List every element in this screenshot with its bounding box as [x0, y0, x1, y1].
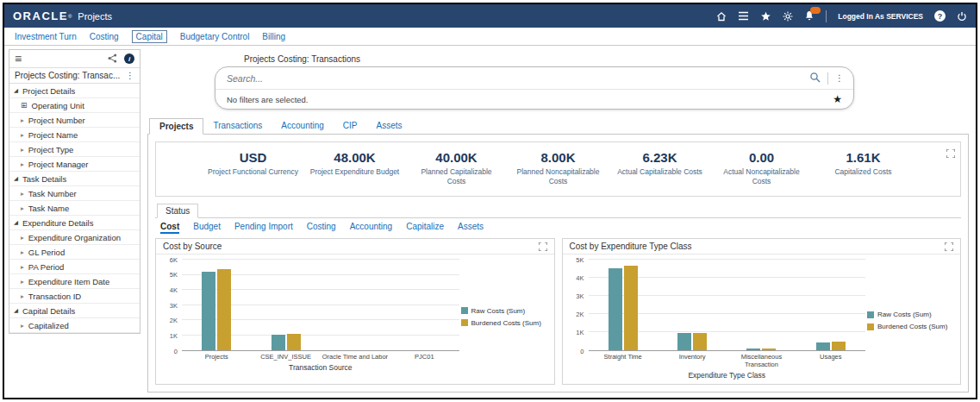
- x-tick-label: CSE_INV_ISSUE: [251, 351, 320, 361]
- tree-item-project-number[interactable]: ▸Project Number: [9, 113, 140, 128]
- kpi-label: Project Expenditure Budget: [309, 167, 401, 177]
- maximize-icon[interactable]: [946, 149, 955, 158]
- share-icon[interactable]: [108, 51, 117, 66]
- kpi-value: 48.00K: [309, 150, 401, 165]
- subtab-pending-import[interactable]: Pending Import: [234, 222, 293, 234]
- search-icon[interactable]: [809, 71, 821, 86]
- tab-cip[interactable]: CIP: [334, 118, 367, 134]
- filters-status-text: No filters are selected.: [227, 95, 309, 104]
- favorite-star-icon[interactable]: ★: [833, 93, 842, 105]
- tree-item-project-name[interactable]: ▸Project Name: [9, 128, 140, 142]
- legend-swatch: [461, 319, 468, 326]
- tree-item-project-manager[interactable]: ▸Project Manager: [9, 157, 140, 172]
- help-icon[interactable]: ?: [934, 10, 946, 22]
- subtab-assets[interactable]: Assets: [458, 222, 484, 234]
- chart-header: Cost by Expenditure Type Class: [563, 239, 961, 254]
- bar-burdened-costs-sum-miscellaneous-transaction[interactable]: [762, 349, 776, 350]
- bar-group-projects: [182, 260, 251, 350]
- search-input[interactable]: [225, 72, 809, 85]
- sidebar-menu-icon[interactable]: ≡: [15, 53, 22, 65]
- kpi-expand-slot: [946, 146, 955, 161]
- bar-burdened-costs-sum-usages[interactable]: [832, 342, 846, 350]
- settings-gear-icon[interactable]: [783, 11, 793, 22]
- y-tick-label: 3K: [576, 293, 584, 300]
- bar-raw-costs-sum-inventory[interactable]: [677, 333, 691, 350]
- tree-item-gl-period[interactable]: ▸GL Period: [9, 245, 140, 260]
- tab-status[interactable]: Status: [157, 204, 198, 218]
- legend-item-burdened-costs-sum[interactable]: Burdened Costs (Sum): [461, 319, 549, 327]
- tree-item-label: Project Number: [28, 116, 85, 125]
- search-kebab-icon[interactable]: ⋮: [835, 73, 844, 83]
- bar-raw-costs-sum-usages[interactable]: [816, 342, 830, 350]
- tree-section-expenditure-details[interactable]: ◢Expenditure Details: [9, 216, 140, 230]
- panel-kebab-icon[interactable]: ⋮: [126, 71, 134, 80]
- expand-triangle-icon: ▸: [21, 322, 24, 330]
- subtab-accounting[interactable]: Accounting: [350, 222, 392, 234]
- panel-title-row: Projects Costing: Transac... ⋮: [9, 68, 140, 84]
- nav-tab-costing[interactable]: Costing: [90, 32, 119, 41]
- subtab-capitalize[interactable]: Capitalize: [406, 222, 444, 234]
- bar-burdened-costs-sum-projects[interactable]: [217, 269, 231, 350]
- tree-item-label: Transaction ID: [28, 292, 81, 301]
- legend-item-raw-costs-sum[interactable]: Raw Costs (Sum): [867, 311, 955, 318]
- subtab-cost[interactable]: Cost: [160, 222, 179, 234]
- legend-item-raw-costs-sum[interactable]: Raw Costs (Sum): [461, 307, 549, 315]
- nav-tab-investment-turn[interactable]: Investment Turn: [15, 32, 77, 41]
- tree-item-project-type[interactable]: ▸Project Type: [9, 142, 140, 157]
- bar-raw-costs-sum-straight-time[interactable]: [609, 268, 622, 351]
- expand-triangle-icon: ▸: [21, 204, 24, 212]
- tree-item-expenditure-item-date[interactable]: ▸Expenditure Item Date: [9, 274, 140, 289]
- subtab-budget[interactable]: Budget: [193, 222, 221, 234]
- subtab-costing[interactable]: Costing: [307, 222, 336, 234]
- topbar-actions: Logged In As SERVICES ?: [716, 10, 967, 22]
- bar-burdened-costs-sum-cse-inv-issue[interactable]: [287, 334, 301, 350]
- nav-tab-capital[interactable]: Capital: [132, 30, 167, 43]
- bar-raw-costs-sum-cse-inv-issue[interactable]: [272, 335, 285, 350]
- operating-unit-icon: ⊞: [21, 101, 28, 110]
- kpi-label: Planned Capitalizable Costs: [411, 167, 502, 186]
- tab-accounting[interactable]: Accounting: [272, 118, 333, 134]
- tab-assets[interactable]: Assets: [367, 118, 412, 134]
- favorites-star-icon[interactable]: [760, 11, 771, 22]
- tree-item-expenditure-organization[interactable]: ▸Expenditure Organization: [9, 230, 140, 245]
- x-tick-label: Inventory: [658, 351, 727, 368]
- home-icon[interactable]: [716, 11, 727, 22]
- logout-power-icon[interactable]: [957, 11, 967, 22]
- tree-item-transaction-id[interactable]: ▸Transaction ID: [9, 289, 140, 304]
- legend-item-burdened-costs-sum[interactable]: Burdened Costs (Sum): [867, 323, 955, 330]
- info-icon[interactable]: i: [124, 53, 134, 64]
- bar-burdened-costs-sum-inventory[interactable]: [693, 333, 707, 351]
- tree-section-capital-details[interactable]: ◢Capital Details: [9, 304, 140, 318]
- notifications-bell-icon[interactable]: [804, 10, 815, 22]
- tab-projects[interactable]: Projects: [149, 118, 203, 135]
- y-tick-label: 0: [580, 348, 584, 355]
- tree-item-operating-unit[interactable]: ⊞Operating Unit: [9, 98, 140, 113]
- bar-burdened-costs-sum-straight-time[interactable]: [624, 266, 638, 350]
- tab-transactions[interactable]: Transactions: [203, 118, 272, 134]
- tree-item-task-name[interactable]: ▸Task Name: [9, 201, 140, 216]
- maximize-icon[interactable]: [539, 242, 547, 251]
- maximize-icon[interactable]: [945, 242, 953, 251]
- tree-item-task-number[interactable]: ▸Task Number: [9, 186, 140, 201]
- expand-triangle-icon: ▸: [21, 248, 24, 256]
- bar-group-cse-inv-issue: [251, 260, 320, 350]
- bar-raw-costs-sum-projects[interactable]: [202, 272, 215, 350]
- chart-title: Cost by Source: [163, 242, 222, 251]
- tree-item-capitalized[interactable]: ▸Capitalized: [9, 318, 140, 333]
- app-title: Projects: [78, 11, 112, 22]
- nav-tab-billing[interactable]: Billing: [262, 32, 285, 41]
- sub-tabbar: CostBudgetPending ImportCostingAccountin…: [153, 218, 963, 236]
- tree-item-pa-period[interactable]: ▸PA Period: [9, 260, 140, 274]
- expand-triangle-icon: ▸: [21, 190, 24, 198]
- tree-section-task-details[interactable]: ◢Task Details: [9, 172, 140, 186]
- tree-section-project-details[interactable]: ◢Project Details: [9, 84, 140, 98]
- menu-icon[interactable]: [738, 11, 749, 21]
- legend-label: Burdened Costs (Sum): [471, 319, 541, 327]
- plot-area: [589, 260, 866, 351]
- bar-raw-costs-sum-miscellaneous-transaction[interactable]: [746, 349, 760, 350]
- bar-group-inventory: [658, 260, 727, 350]
- divider: [826, 10, 827, 22]
- nav-tab-budgetary-control[interactable]: Budgetary Control: [180, 32, 250, 41]
- content-tabbar: ProjectsTransactionsAccountingCIPAssets: [147, 118, 969, 135]
- charts-region: Cost by Source01K2K3K4K5K6KProjectsCSE_I…: [155, 238, 961, 385]
